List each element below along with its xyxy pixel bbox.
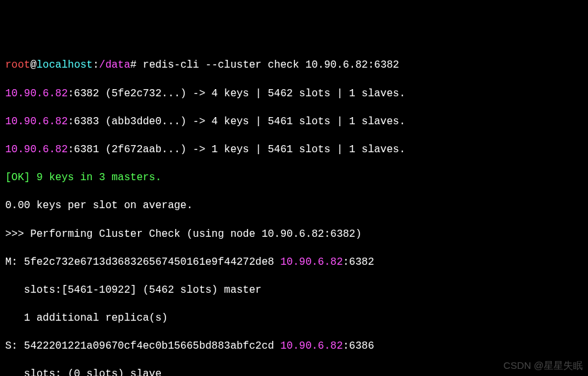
node-ip: 10.90.6.82 bbox=[280, 256, 343, 268]
summary-ip: 10.90.6.82 bbox=[5, 88, 68, 100]
node-slots: slots: (0 slots) slave bbox=[5, 368, 583, 376]
prompt-line[interactable]: root@localhost:/data# redis-cli --cluste… bbox=[5, 59, 583, 73]
ok-msg: 9 keys in 3 masters. bbox=[30, 172, 161, 183]
summary-line: 10.90.6.82:6381 (2f672aab...) -> 1 keys … bbox=[5, 143, 583, 157]
performing-line: >>> Performing Cluster Check (using node… bbox=[5, 228, 583, 242]
watermark: CSDN @星星失眠 bbox=[503, 359, 583, 372]
summary-rest: :6383 (abb3dde0...) -> 4 keys | 5461 slo… bbox=[68, 116, 405, 128]
summary-rest: :6381 (2f672aab...) -> 1 keys | 5461 slo… bbox=[68, 144, 405, 155]
prompt-host: localhost bbox=[36, 59, 92, 71]
summary-line: 10.90.6.82:6383 (abb3dde0...) -> 4 keys … bbox=[5, 115, 583, 129]
ok-line: [OK] 9 keys in 3 masters. bbox=[5, 171, 583, 185]
node-port: :6382 bbox=[343, 256, 374, 268]
node-id: 5422201221a09670cf4ec0b15665bd883abfc2cd bbox=[24, 340, 281, 352]
prompt-at: @ bbox=[30, 59, 36, 71]
command-text: redis-cli --cluster check 10.90.6.82:638… bbox=[137, 59, 399, 71]
summary-ip: 10.90.6.82 bbox=[5, 144, 68, 155]
node-header: M: 5fe2c732e6713d368326567450161e9f44272… bbox=[5, 256, 583, 270]
node-slots: slots:[5461-10922] (5462 slots) master bbox=[5, 284, 583, 298]
summary-rest: :6382 (5fe2c732...) -> 4 keys | 5462 slo… bbox=[68, 88, 405, 100]
avg-line: 0.00 keys per slot on average. bbox=[5, 199, 583, 213]
node-ip: 10.90.6.82 bbox=[280, 340, 343, 352]
summary-line: 10.90.6.82:6382 (5fe2c732...) -> 4 keys … bbox=[5, 87, 583, 101]
summary-ip: 10.90.6.82 bbox=[5, 116, 68, 128]
ok-tag: [OK] bbox=[5, 172, 30, 183]
prompt-user: root bbox=[5, 59, 30, 71]
node-port: :6386 bbox=[343, 340, 374, 352]
node-id: 5fe2c732e6713d368326567450161e9f44272de8 bbox=[24, 256, 281, 268]
prompt-hash: # bbox=[130, 59, 137, 71]
prompt-path: /data bbox=[99, 59, 130, 71]
node-header: S: 5422201221a09670cf4ec0b15665bd883abfc… bbox=[5, 340, 583, 354]
node-extra: 1 additional replica(s) bbox=[5, 312, 583, 326]
prompt-colon: : bbox=[92, 59, 99, 71]
node-role: S: bbox=[5, 340, 24, 352]
node-role: M: bbox=[5, 256, 24, 268]
